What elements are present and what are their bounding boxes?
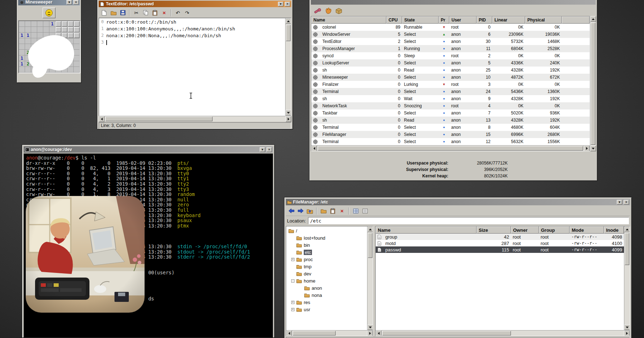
column-header-physical[interactable]: Physical xyxy=(525,16,562,24)
process-row[interactable]: TextEditor2Select●anon305732K1468K xyxy=(311,38,590,45)
editor-line[interactable]: 3 xyxy=(99,39,285,46)
mine-cell-revealed[interactable] xyxy=(37,27,43,33)
hand-icon[interactable] xyxy=(324,6,332,15)
process-vertical-scrollbar[interactable] xyxy=(590,16,596,151)
scroll-down-button[interactable] xyxy=(624,324,630,330)
minimize-button[interactable]: ▾ xyxy=(617,200,622,205)
process-row[interactable]: NetworkTask0Snoozing●root40K0K xyxy=(311,102,590,109)
file-column-size[interactable]: Size xyxy=(477,226,511,234)
scroll-up-button[interactable] xyxy=(624,226,630,232)
scroll-up-button[interactable] xyxy=(590,16,596,22)
mine-cell-revealed[interactable] xyxy=(19,67,25,73)
scroll-left-button[interactable] xyxy=(286,330,292,336)
process-row[interactable]: FileManager0Select●anon156996K2680K xyxy=(311,131,590,138)
mine-cell-hidden[interactable] xyxy=(62,21,68,27)
file-column-inode[interactable]: Inode xyxy=(604,226,624,234)
mine-cell-revealed[interactable] xyxy=(19,21,25,27)
tree-expander[interactable]: - xyxy=(291,279,294,283)
process-row[interactable]: ProcessManager1Running●anon116804K2528K xyxy=(311,45,590,52)
column-header-pr[interactable]: Pr xyxy=(439,16,449,24)
scroll-left-button[interactable] xyxy=(311,146,317,151)
process-row[interactable]: Terminal0Select●anon84680K604K xyxy=(311,124,590,131)
texteditor-titlebar[interactable]: TextEditor: /etc/passwd ▾ × xyxy=(99,1,291,7)
mine-cell-revealed[interactable]: 1 xyxy=(19,61,25,67)
column-header-name[interactable]: Name xyxy=(311,16,386,24)
cut-icon[interactable]: ✂ xyxy=(132,9,141,17)
scroll-down-button[interactable] xyxy=(590,146,596,151)
editor-vertical-scrollbar[interactable] xyxy=(285,18,291,116)
close-button[interactable]: × xyxy=(285,2,290,6)
tree-item-tmp[interactable]: tmp xyxy=(286,263,367,270)
file-horizontal-scrollbar[interactable] xyxy=(376,330,630,336)
mine-cell-revealed[interactable] xyxy=(25,27,31,33)
process-row[interactable]: Taskbar0Select●anon75020K936K xyxy=(311,109,590,117)
pipe-icon[interactable] xyxy=(313,6,322,15)
mine-cell-revealed[interactable] xyxy=(31,21,37,27)
process-row[interactable]: sh0Read●anon134328K192K xyxy=(311,117,590,124)
file-column-group[interactable]: Group xyxy=(539,226,570,234)
tree-item-res[interactable]: +res xyxy=(286,299,367,306)
mine-cell-revealed[interactable] xyxy=(43,21,49,27)
minimize-button[interactable]: ▾ xyxy=(67,0,72,5)
process-row[interactable]: WindowServer5Select▲anon623096K19036K xyxy=(311,31,590,38)
mine-cell-revealed[interactable]: 1 xyxy=(49,21,55,27)
scroll-right-button[interactable] xyxy=(624,330,630,336)
process-row[interactable]: Terminal0Select●anon125632K1556K xyxy=(311,138,590,145)
process-horizontal-scrollbar[interactable] xyxy=(311,145,590,151)
undo-icon[interactable]: ↶ xyxy=(174,9,182,17)
mine-cell-revealed[interactable] xyxy=(19,27,25,33)
tree-item-usr[interactable]: +usr xyxy=(286,306,367,313)
minimize-button[interactable]: ▾ xyxy=(260,147,265,152)
minesweeper-titlebar[interactable]: Minesweeper ▾ × xyxy=(18,0,80,5)
tree-vertical-scrollbar[interactable] xyxy=(367,226,373,330)
scrollbar-thumb[interactable] xyxy=(105,117,213,121)
process-row[interactable]: colonel89Runnable▼root00K0K xyxy=(311,24,590,31)
editor-lines[interactable]: 0root:x:0:0:root:/:/bin/sh1anon:x:100:10… xyxy=(99,18,285,116)
process-manager-titlebar[interactable] xyxy=(311,0,596,5)
mine-cell-hidden[interactable] xyxy=(62,27,68,33)
tree-item-anon[interactable]: anon xyxy=(286,284,367,292)
tree-expander[interactable]: + xyxy=(291,308,294,311)
mine-cell-hidden[interactable] xyxy=(74,21,80,27)
column-header-linear[interactable]: Linear xyxy=(492,16,525,24)
delete-icon[interactable]: × xyxy=(160,9,169,17)
delete-icon[interactable]: × xyxy=(338,207,346,215)
mine-cell-revealed[interactable] xyxy=(19,44,25,50)
box-icon[interactable] xyxy=(335,6,343,15)
scroll-right-button[interactable] xyxy=(367,330,373,336)
save-icon[interactable] xyxy=(118,9,127,17)
mine-cell-revealed[interactable]: 1 xyxy=(19,33,25,38)
copy-icon[interactable] xyxy=(141,9,150,17)
paste-icon[interactable] xyxy=(328,207,337,215)
scroll-up-button[interactable] xyxy=(286,18,291,24)
table-view-icon[interactable] xyxy=(351,207,360,215)
editor-horizontal-scrollbar[interactable] xyxy=(99,116,291,122)
open-parent-icon[interactable] xyxy=(306,207,314,215)
close-button[interactable]: × xyxy=(267,147,272,152)
mine-cell-hidden[interactable] xyxy=(74,27,80,33)
mine-cell-hidden[interactable] xyxy=(68,21,74,27)
file-vertical-scrollbar[interactable] xyxy=(624,226,630,330)
mine-cell-hidden[interactable] xyxy=(55,27,62,33)
scrollbar-thumb[interactable] xyxy=(625,233,629,265)
scrollbar-thumb[interactable] xyxy=(286,25,291,41)
mine-cell-revealed[interactable] xyxy=(19,50,25,55)
close-button[interactable]: × xyxy=(73,0,79,5)
tree-expander[interactable]: + xyxy=(291,301,294,304)
new-file-icon[interactable] xyxy=(100,9,108,17)
tree-item-dev[interactable]: dev xyxy=(286,270,367,277)
editor-area[interactable]: 0root:x:0:0:root:/:/bin/sh1anon:x:100:10… xyxy=(99,18,291,116)
editor-line[interactable]: 0root:x:0:0:root:/:/bin/sh xyxy=(99,19,285,25)
file-column-owner[interactable]: Owner xyxy=(511,226,539,234)
file-row-motd[interactable]: motd287rootroot-rw-r--r--4100 xyxy=(376,240,624,246)
column-header-state[interactable]: State xyxy=(402,16,439,24)
tree-item-bin[interactable]: bin xyxy=(286,241,367,249)
scrollbar-thumb[interactable] xyxy=(382,331,511,335)
scroll-left-button[interactable] xyxy=(376,330,381,336)
tree-item-etc[interactable]: etc xyxy=(286,249,367,256)
process-row[interactable]: LookupServer0Select●anon54336K240K xyxy=(311,59,590,67)
location-input[interactable] xyxy=(308,217,629,224)
file-row-passwd[interactable]: passwd115rootroot-rw-r--r--4099 xyxy=(376,246,624,253)
scrollbar-thumb[interactable] xyxy=(318,146,583,151)
new-directory-icon[interactable] xyxy=(319,207,328,215)
